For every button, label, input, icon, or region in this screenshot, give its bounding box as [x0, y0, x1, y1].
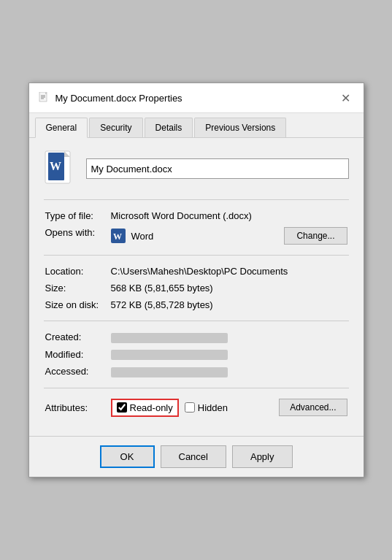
accessed-label: Accessed: — [44, 363, 109, 380]
type-of-file-value: Microsoft Word Document (.docx) — [109, 207, 349, 224]
location-row: Location: C:\Users\Mahesh\Desktop\PC Doc… — [44, 263, 349, 280]
read-only-label[interactable]: Read-only — [117, 402, 173, 413]
divider-3 — [44, 321, 349, 321]
opens-with-row-tr: Opens with: W Word Change... — [44, 224, 349, 248]
modified-row: Modified: — [44, 346, 349, 364]
properties-dialog: My Document.docx Properties ✕ General Se… — [28, 83, 364, 477]
accessed-blurred — [111, 367, 228, 377]
modified-value — [109, 346, 349, 364]
opens-with-value: Word — [131, 231, 154, 242]
close-button[interactable]: ✕ — [337, 89, 355, 107]
opens-with-content: W Word Change... — [111, 227, 347, 245]
size-label: Size: — [44, 280, 109, 296]
location-value: C:\Users\Mahesh\Desktop\PC Documents — [109, 263, 349, 280]
apply-button[interactable]: Apply — [232, 445, 293, 468]
file-header: W — [44, 150, 349, 188]
cancel-button[interactable]: Cancel — [161, 445, 226, 468]
attributes-row-tr: Attributes: Read-only Hidden — [44, 396, 349, 420]
file-icon: W — [44, 150, 76, 188]
accessed-row: Accessed: — [44, 363, 349, 380]
word-icon: W — [111, 229, 126, 243]
divider-1 — [44, 199, 349, 200]
tab-previous-versions[interactable]: Previous Versions — [194, 118, 286, 137]
title-bar: My Document.docx Properties ✕ — [29, 83, 364, 113]
location-label: Location: — [44, 263, 109, 280]
created-label: Created: — [44, 329, 109, 346]
created-row: Created: — [44, 329, 349, 346]
size-value: 568 KB (5,81,655 bytes) — [109, 280, 349, 296]
hidden-label[interactable]: Hidden — [185, 402, 228, 413]
hidden-checkbox[interactable] — [185, 402, 195, 413]
read-only-text: Read-only — [130, 402, 173, 413]
filename-input[interactable] — [86, 158, 349, 179]
svg-text:W: W — [50, 160, 61, 172]
read-only-box: Read-only — [111, 399, 179, 417]
modified-label: Modified: — [44, 346, 109, 364]
type-of-file-row: Type of file: Microsoft Word Document (.… — [44, 207, 349, 224]
divider-2 — [44, 255, 349, 256]
dialog-footer: OK Cancel Apply — [29, 436, 364, 477]
attributes-label: Attributes: — [44, 396, 109, 420]
size-on-disk-row: Size on disk: 572 KB (5,85,728 bytes) — [44, 296, 349, 313]
tab-content: W Type of file: Microsoft Word Document … — [29, 138, 364, 436]
size-on-disk-value: 572 KB (5,85,728 bytes) — [109, 296, 349, 313]
size-row: Size: 568 KB (5,81,655 bytes) — [44, 280, 349, 296]
advanced-button[interactable]: Advanced... — [279, 399, 347, 416]
title-icon — [38, 92, 50, 104]
dialog-title: My Document.docx Properties — [55, 93, 182, 104]
type-of-file-label: Type of file: — [44, 207, 109, 224]
tab-general[interactable]: General — [35, 118, 88, 138]
svg-text:W: W — [113, 231, 122, 242]
divider-4 — [44, 388, 349, 388]
size-on-disk-label: Size on disk: — [44, 296, 109, 313]
attributes-table: Attributes: Read-only Hidden — [44, 396, 349, 420]
tabs-bar: General Security Details Previous Versio… — [29, 113, 364, 138]
tab-security[interactable]: Security — [89, 118, 142, 137]
read-only-checkbox[interactable] — [117, 402, 127, 413]
tab-details[interactable]: Details — [145, 118, 193, 137]
created-value — [109, 329, 349, 346]
svg-marker-1 — [45, 92, 47, 94]
hidden-text: Hidden — [198, 402, 228, 413]
ok-button[interactable]: OK — [100, 445, 155, 468]
info-table-dates: Created: Modified: Accessed: — [44, 329, 349, 380]
opens-with-cell: W Word Change... — [109, 224, 349, 248]
attributes-controls: Read-only Hidden Advanced... — [109, 396, 349, 420]
accessed-value — [109, 363, 349, 380]
modified-blurred — [111, 350, 228, 360]
info-table-location: Location: C:\Users\Mahesh\Desktop\PC Doc… — [44, 263, 349, 313]
change-button[interactable]: Change... — [284, 227, 347, 245]
info-table-type: Type of file: Microsoft Word Document (.… — [44, 207, 349, 248]
created-blurred — [111, 333, 228, 343]
title-bar-left: My Document.docx Properties — [38, 92, 182, 104]
opens-with-label: Opens with: — [44, 224, 109, 248]
attributes-row: Read-only Hidden Advanced... — [111, 399, 347, 417]
